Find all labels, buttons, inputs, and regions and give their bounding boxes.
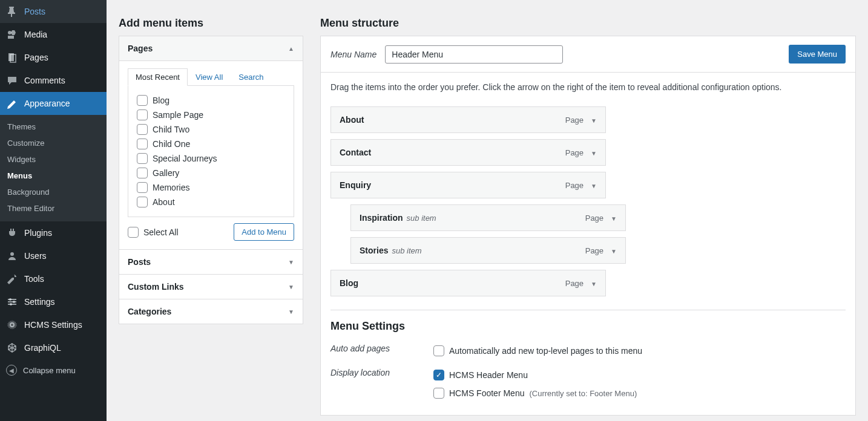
collapse-icon: ◀ <box>6 365 17 376</box>
accordion-custom-links: Custom Links▼ <box>119 274 303 299</box>
page-checkbox[interactable] <box>137 124 148 135</box>
page-row: Sample Page <box>137 108 285 122</box>
page-row: Gallery <box>137 166 285 180</box>
sidebar-label: Media <box>24 30 47 39</box>
page-checkbox[interactable] <box>137 109 148 120</box>
sidebar-label: Pages <box>24 53 48 62</box>
pages-footer: Select AllAdd to Menu <box>119 217 303 249</box>
submenu-background[interactable]: Background <box>0 184 107 200</box>
submenu-themes[interactable]: Themes <box>0 119 107 135</box>
gear-icon <box>6 319 18 331</box>
accordion-categories: Categories▼ <box>119 299 303 324</box>
accordion-header-categories[interactable]: Categories▼ <box>119 299 303 324</box>
sidebar-label: Tools <box>24 274 44 284</box>
page-row: Child One <box>137 137 285 151</box>
page-checkbox[interactable] <box>137 168 148 178</box>
sidebar-label: Appearance <box>24 99 70 108</box>
page-checkbox[interactable] <box>137 153 148 164</box>
page-label: Special Journeys <box>153 154 217 163</box>
page-row: Special Journeys <box>137 151 285 166</box>
main-content: Add menu items Pages▲Most RecentView All… <box>107 0 868 421</box>
expand-caret-icon[interactable]: ▼ <box>611 215 617 222</box>
pages-icon <box>6 51 18 64</box>
menu-structure-item[interactable]: ContactPage▼ <box>330 139 606 166</box>
page-checkbox[interactable] <box>137 95 148 106</box>
svg-point-4 <box>10 252 14 256</box>
svg-point-9 <box>13 301 15 303</box>
caret-up-icon: ▲ <box>288 45 294 52</box>
accordion-header-posts[interactable]: Posts▼ <box>119 250 303 274</box>
page-label: Child Two <box>153 125 189 134</box>
header-menu-checkbox[interactable]: ✓ <box>433 370 444 380</box>
divider <box>330 310 846 310</box>
submenu-theme-editor[interactable]: Theme Editor <box>0 200 107 217</box>
svg-rect-1 <box>8 36 14 39</box>
accordion-pages: Pages▲Most RecentView AllSearchBlogSampl… <box>119 36 303 250</box>
header-menu-text: HCMS Header Menu <box>449 370 528 380</box>
submenu-customize[interactable]: Customize <box>0 135 107 151</box>
menu-name-input[interactable] <box>385 45 563 64</box>
auto-add-checkbox[interactable] <box>433 345 444 356</box>
submenu-widgets[interactable]: Widgets <box>0 151 107 168</box>
sub-item-label: sub item <box>407 214 436 223</box>
sidebar-item-comments[interactable]: Comments <box>0 69 107 92</box>
menu-panel-header: Menu Name Save Menu <box>321 36 855 73</box>
sidebar-item-plugins[interactable]: Plugins <box>0 221 107 244</box>
menu-item-type: Page <box>565 116 584 125</box>
sidebar-item-settings[interactable]: Settings <box>0 290 107 313</box>
collapse-menu[interactable]: ◀Collapse menu <box>0 359 107 380</box>
expand-caret-icon[interactable]: ▼ <box>591 150 597 157</box>
accordion-header-pages[interactable]: Pages▲ <box>119 36 303 60</box>
sidebar-item-tools[interactable]: Tools <box>0 267 107 290</box>
caret-down-icon: ▼ <box>288 308 294 315</box>
sidebar-item-pages[interactable]: Pages <box>0 46 107 69</box>
add-to-menu-button[interactable]: Add to Menu <box>234 223 294 241</box>
add-menu-items-column: Add menu items Pages▲Most RecentView All… <box>119 7 303 409</box>
page-label: Blog <box>153 96 169 105</box>
expand-caret-icon[interactable]: ▼ <box>591 183 597 189</box>
page-label: Gallery <box>153 168 179 178</box>
sidebar-label: Comments <box>24 76 65 85</box>
appearance-icon <box>6 97 18 109</box>
expand-caret-icon[interactable]: ▼ <box>611 248 617 255</box>
tab-most-recent[interactable]: Most Recent <box>128 68 188 86</box>
menu-name-label: Menu Name <box>330 50 376 59</box>
page-checkbox[interactable] <box>137 139 148 149</box>
select-all-checkbox[interactable] <box>128 227 139 238</box>
sidebar-item-users[interactable]: Users <box>0 244 107 267</box>
expand-caret-icon[interactable]: ▼ <box>591 281 597 287</box>
accordion-posts: Posts▼ <box>119 249 303 275</box>
comment-icon <box>6 74 18 86</box>
sidebar-item-posts[interactable]: Posts <box>0 0 107 23</box>
expand-caret-icon[interactable]: ▼ <box>591 117 597 124</box>
menu-structure-item[interactable]: Inspirationsub itemPage▼ <box>350 204 626 231</box>
menu-panel-body: Drag the items into the order you prefer… <box>321 73 855 415</box>
add-items-heading: Add menu items <box>119 17 303 30</box>
submenu-menus[interactable]: Menus <box>0 168 107 184</box>
caret-down-icon: ▼ <box>288 284 294 290</box>
page-checkbox[interactable] <box>137 197 148 207</box>
page-checkbox[interactable] <box>137 182 148 193</box>
sidebar-item-hcms-settings[interactable]: HCMS Settings <box>0 313 107 336</box>
sidebar-item-appearance[interactable]: Appearance <box>0 92 107 115</box>
accordion-header-custom-links[interactable]: Custom Links▼ <box>119 275 303 299</box>
menu-structure-item[interactable]: EnquiryPage▼ <box>330 172 606 198</box>
footer-menu-checkbox[interactable] <box>433 388 444 399</box>
menu-structure-item[interactable]: BlogPage▼ <box>330 270 606 296</box>
page-row: Memories <box>137 180 285 195</box>
auto-add-label: Auto add pages <box>330 344 433 358</box>
sidebar-label: Plugins <box>24 228 52 238</box>
svg-point-10 <box>10 303 12 305</box>
page-row: Blog <box>137 93 285 108</box>
graphql-icon <box>6 342 18 354</box>
menu-structure-item[interactable]: AboutPage▼ <box>330 106 606 133</box>
menu-structure-item[interactable]: Storiessub itemPage▼ <box>350 237 626 264</box>
sidebar-item-graphiql[interactable]: GraphiQL <box>0 336 107 359</box>
tools-icon <box>6 273 18 285</box>
menu-item-type: Page <box>585 246 603 255</box>
tab-search[interactable]: Search <box>231 68 271 86</box>
save-menu-button[interactable]: Save Menu <box>789 45 846 64</box>
page-label: Memories <box>153 183 189 192</box>
tab-view-all[interactable]: View All <box>188 68 231 86</box>
sidebar-item-media[interactable]: Media <box>0 23 107 46</box>
